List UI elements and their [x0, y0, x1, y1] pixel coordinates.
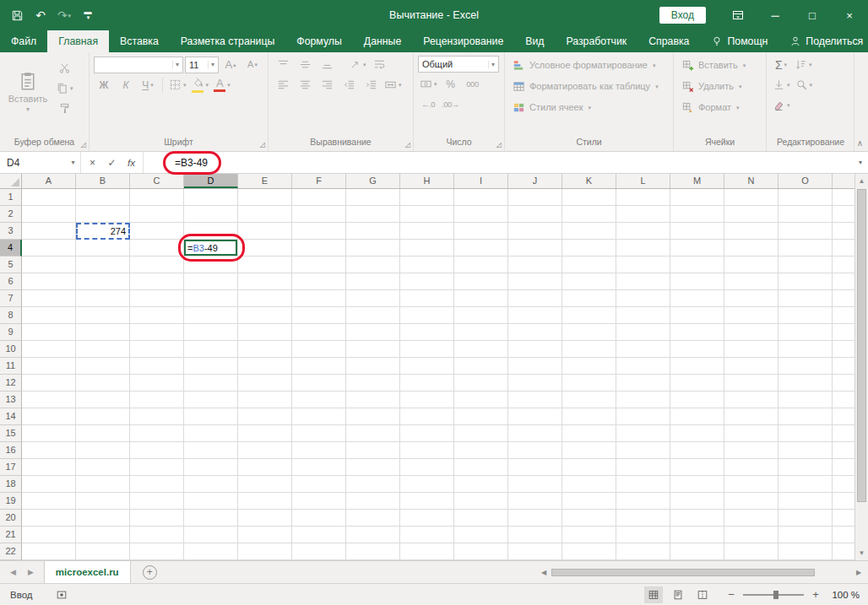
cell-E11[interactable] [238, 358, 292, 375]
cell-L8[interactable] [616, 307, 670, 324]
normal-view-button[interactable] [644, 586, 663, 603]
number-dialog-launcher-icon[interactable]: ◿ [496, 141, 502, 149]
sign-in-button[interactable]: Вход [659, 7, 706, 24]
cell-M22[interactable] [670, 543, 724, 560]
cell-B17[interactable] [76, 459, 130, 476]
cell-M2[interactable] [670, 206, 724, 223]
cell-O20[interactable] [778, 510, 833, 527]
customize-quick-access-toolbar-icon[interactable]: ▬▾ [76, 3, 100, 27]
cell-E15[interactable] [238, 425, 292, 442]
increase-decimal-button[interactable]: ←.0 [418, 95, 438, 113]
cell-O3[interactable] [778, 223, 833, 240]
cell-C6[interactable] [130, 273, 184, 290]
tab-главная[interactable]: Главная [47, 30, 109, 52]
cell-F11[interactable] [292, 358, 346, 375]
name-box-caret-icon[interactable]: ▾ [66, 159, 80, 166]
cell-K15[interactable] [562, 425, 616, 442]
cell-G13[interactable] [346, 392, 400, 408]
cell-B5[interactable] [76, 257, 130, 273]
cell-G11[interactable] [346, 358, 400, 375]
cell-I5[interactable] [454, 257, 508, 273]
cell-M15[interactable] [670, 425, 724, 442]
vertical-scrollbar[interactable]: ▲ ▼ [854, 174, 868, 560]
cell-A22[interactable] [22, 543, 76, 560]
name-box[interactable]: D4 ▾ [0, 152, 81, 173]
scroll-left-icon[interactable]: ◀ [538, 569, 550, 576]
cell-O16[interactable] [778, 442, 833, 459]
clipboard-dialog-launcher-icon[interactable]: ◿ [81, 141, 86, 149]
cell-G2[interactable] [346, 206, 400, 223]
cell-M16[interactable] [670, 442, 724, 459]
tab-разработчик[interactable]: Разработчик [555, 30, 637, 52]
next-sheet-icon[interactable]: ▶ [28, 568, 34, 576]
cell-D15[interactable] [184, 425, 238, 442]
cell-J20[interactable] [508, 510, 562, 527]
cell-A21[interactable] [22, 527, 76, 543]
row-header-19[interactable]: 19 [0, 493, 22, 510]
cell-A6[interactable] [22, 273, 76, 290]
cell-A10[interactable] [22, 341, 76, 358]
maximize-button[interactable]: □ [794, 0, 831, 30]
cell-L14[interactable] [616, 408, 670, 425]
cell-J6[interactable] [508, 273, 562, 290]
align-bottom-button[interactable] [317, 56, 337, 73]
cell-O2[interactable] [778, 206, 833, 223]
cell-M5[interactable] [670, 257, 724, 273]
cell-J22[interactable] [508, 543, 562, 560]
cell-A15[interactable] [22, 425, 76, 442]
minimize-button[interactable]: ─ [757, 0, 794, 30]
cell-J12[interactable] [508, 375, 562, 392]
cell-J10[interactable] [508, 341, 562, 358]
cell-L15[interactable] [616, 425, 670, 442]
borders-button[interactable]: ▾ [167, 76, 188, 94]
column-header-L[interactable]: L [616, 174, 670, 188]
grow-font-button[interactable]: А▴ [220, 56, 241, 73]
cell-K11[interactable] [562, 358, 616, 375]
cell-C18[interactable] [130, 476, 184, 493]
align-middle-button[interactable] [295, 56, 315, 73]
cell-G14[interactable] [346, 408, 400, 425]
cell-C9[interactable] [130, 324, 184, 341]
cell-A19[interactable] [22, 493, 76, 510]
cell-L5[interactable] [616, 257, 670, 273]
cell-I14[interactable] [454, 408, 508, 425]
cell-B7[interactable] [76, 290, 130, 307]
cell-I21[interactable] [454, 527, 508, 543]
scroll-right-icon[interactable]: ▶ [853, 569, 865, 576]
tab-формулы[interactable]: Формулы [285, 30, 353, 52]
insert-cells-button[interactable]: Вставить▾ [678, 56, 749, 74]
cell-F5[interactable] [292, 257, 346, 273]
cell-H19[interactable] [400, 493, 454, 510]
cell-H22[interactable] [400, 543, 454, 560]
cell-E16[interactable] [238, 442, 292, 459]
cell-E8[interactable] [238, 307, 292, 324]
cell-O17[interactable] [778, 459, 833, 476]
cell-I13[interactable] [454, 392, 508, 408]
font-dialog-launcher-icon[interactable]: ◿ [260, 141, 265, 149]
cell-K3[interactable] [562, 223, 616, 240]
cell-D7[interactable] [184, 290, 238, 307]
cell-C2[interactable] [130, 206, 184, 223]
horizontal-scrollbar[interactable]: ◀ ▶ [534, 561, 868, 583]
cell-F17[interactable] [292, 459, 346, 476]
cell-M20[interactable] [670, 510, 724, 527]
cell-I6[interactable] [454, 273, 508, 290]
shrink-font-button[interactable]: А▾ [242, 56, 263, 73]
column-header-D[interactable]: D [184, 174, 238, 188]
cell-H20[interactable] [400, 510, 454, 527]
cell-A1[interactable] [22, 189, 76, 206]
cell-K1[interactable] [562, 189, 616, 206]
cell-O21[interactable] [778, 527, 833, 543]
cell-N8[interactable] [724, 307, 778, 324]
cell-L6[interactable] [616, 273, 670, 290]
cell-J5[interactable] [508, 257, 562, 273]
cell-J11[interactable] [508, 358, 562, 375]
row-header-4[interactable]: 4 [0, 240, 22, 257]
cell-F19[interactable] [292, 493, 346, 510]
cell-D3[interactable] [184, 223, 238, 240]
comma-format-button[interactable]: 000 [463, 75, 483, 93]
font-size-select[interactable]: 11▾ [185, 57, 219, 73]
cell-M11[interactable] [670, 358, 724, 375]
cell-O8[interactable] [778, 307, 833, 324]
cell-C3[interactable] [130, 223, 184, 240]
